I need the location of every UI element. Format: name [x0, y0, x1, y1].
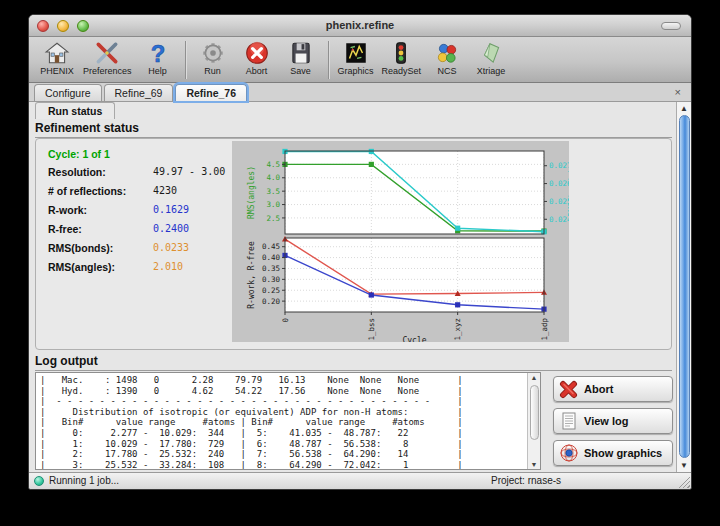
xtriage-button[interactable]: Xtriage	[469, 39, 513, 77]
log-scroll-thumb[interactable]	[530, 385, 539, 440]
svg-text:?: ?	[150, 40, 165, 66]
abort-button-label: Abort	[584, 383, 613, 395]
svg-text:R-work, R-free: R-work, R-free	[247, 241, 256, 309]
abort-button[interactable]: Abort	[235, 39, 279, 77]
stat-value: 0.2400	[153, 223, 189, 235]
show-graphics-button-label: Show graphics	[584, 447, 662, 459]
svg-text:4.5: 4.5	[266, 160, 280, 169]
tab-configure[interactable]: Configure	[34, 84, 102, 101]
svg-text:2.5: 2.5	[266, 214, 280, 223]
svg-text:3.5: 3.5	[266, 187, 280, 196]
cycle-indicator: Cycle: 1 of 1	[48, 148, 233, 160]
ncs-button[interactable]: NCS	[425, 39, 469, 77]
ncs-spheres-icon	[434, 40, 460, 66]
tab-refine-76[interactable]: Refine_76	[175, 84, 247, 101]
view-log-document-icon	[559, 411, 579, 431]
svg-text:0.25: 0.25	[262, 286, 280, 295]
svg-text:0.025: 0.025	[549, 197, 569, 206]
toolbar-item-label: Save	[290, 66, 311, 76]
log-section: | Mac. : 1498 0 2.28 79.79 16.13 None No…	[35, 372, 672, 471]
svg-text:0.45: 0.45	[262, 242, 280, 251]
xtriage-crystal-icon	[478, 40, 504, 66]
run-status-tab[interactable]: Run status	[35, 102, 115, 119]
svg-text:RMS(bonds): RMS(bonds)	[568, 168, 569, 216]
phenix-button[interactable]: PHENIX	[35, 39, 79, 77]
view-log-button-label: View log	[584, 415, 628, 427]
scroll-up-icon[interactable]: ▲	[677, 104, 691, 113]
abort-red-x-icon	[244, 40, 270, 66]
log-scroll-up-icon[interactable]: ▲	[528, 374, 540, 381]
scroll-thumb[interactable]	[679, 115, 690, 458]
tab-refine-69[interactable]: Refine_69	[104, 84, 174, 101]
preferences-button[interactable]: Preferences	[79, 39, 136, 77]
abort-x-icon	[559, 379, 579, 399]
log-output-box[interactable]: | Mac. : 1498 0 2.28 79.79 16.13 None No…	[35, 372, 541, 470]
stat-row-r-free: R-free: 0.2400	[48, 223, 233, 235]
project-label: Project: rnase-s	[491, 475, 561, 486]
show-graphics-molecule-icon	[559, 443, 579, 463]
svg-text:0.024: 0.024	[549, 215, 569, 224]
refinement-chart-plot: 2.53.03.54.04.5RMS(angles)0.0240.0250.02…	[232, 141, 569, 342]
graphics-button[interactable]: Graphics	[334, 39, 378, 77]
svg-text:0.35: 0.35	[262, 264, 280, 273]
log-text: | Mac. : 1498 0 2.28 79.79 16.13 None No…	[36, 373, 540, 470]
main-toolbar: PHENIX Preferences ? Help	[29, 37, 691, 83]
toolbar-item-label: Run	[204, 66, 221, 76]
svg-text:4.0: 4.0	[266, 173, 280, 182]
stat-value: 4230	[153, 185, 177, 197]
toolbar-item-label: NCS	[438, 66, 457, 76]
app-window: phenix.refine PHENIX Preferences	[28, 14, 692, 490]
view-log-button[interactable]: View log	[553, 408, 673, 434]
stat-row-r-work: R-work: 0.1629	[48, 204, 233, 216]
action-buttons: Abort View log	[553, 376, 675, 472]
toolbar-item-label: Graphics	[338, 66, 374, 76]
toolbar-item-label: Help	[148, 66, 167, 76]
preferences-tools-icon	[94, 40, 120, 66]
stat-value: 0.0233	[153, 242, 189, 254]
stat-row-rms-bonds: RMS(bonds): 0.0233	[48, 242, 233, 254]
help-button[interactable]: ? Help	[136, 39, 180, 77]
readyset-traffic-light-icon	[388, 40, 414, 66]
running-status-icon	[34, 476, 44, 486]
refinement-status-panel: Cycle: 1 of 1 Resolution: 49.97 - 3.00 #…	[35, 138, 672, 350]
readyset-button[interactable]: ReadySet	[378, 39, 426, 77]
log-output-heading: Log output	[35, 354, 672, 371]
status-bar: Running 1 job... Project: rnase-s	[29, 472, 691, 489]
toolbar-item-label: Preferences	[83, 66, 132, 76]
run-button[interactable]: Run	[191, 39, 235, 77]
toolbar-item-label: PHENIX	[40, 66, 74, 76]
save-floppy-icon	[288, 40, 314, 66]
svg-text:0.027: 0.027	[549, 161, 569, 170]
run-gear-icon	[200, 40, 226, 66]
running-status-text: Running 1 job...	[49, 475, 119, 486]
stat-label: Resolution:	[48, 166, 153, 178]
svg-text:RMS(angles): RMS(angles)	[247, 166, 256, 219]
main-scrollbar[interactable]: ▲ ▼	[676, 102, 691, 472]
stat-row-rms-angles: RMS(angles): 2.010	[48, 261, 233, 273]
stat-label: RMS(bonds):	[48, 242, 153, 254]
stat-label: R-free:	[48, 223, 153, 235]
stat-value: 2.010	[153, 261, 183, 273]
stat-value: 49.97 - 3.00	[153, 166, 225, 178]
abort-run-button[interactable]: Abort	[553, 376, 673, 402]
svg-text:1_bss: 1_bss	[367, 318, 376, 341]
svg-text:1_adp: 1_adp	[540, 318, 549, 341]
log-scrollbar[interactable]: ▲ ▼	[527, 373, 540, 469]
save-button[interactable]: Save	[279, 39, 323, 77]
refinement-stats: Cycle: 1 of 1 Resolution: 49.97 - 3.00 #…	[48, 145, 233, 280]
svg-text:0.30: 0.30	[262, 275, 281, 284]
show-graphics-button[interactable]: Show graphics	[553, 440, 673, 466]
stat-row-reflections: # of reflections: 4230	[48, 185, 233, 197]
stat-label: RMS(angles):	[48, 261, 153, 273]
toolbar-item-label: ReadySet	[382, 66, 422, 76]
svg-text:0.40: 0.40	[262, 253, 281, 262]
log-scroll-down-icon[interactable]: ▼	[528, 461, 540, 468]
scroll-down-icon[interactable]: ▼	[677, 461, 691, 470]
tab-close-icon[interactable]: ×	[675, 86, 681, 98]
svg-text:3.0: 3.0	[266, 200, 280, 209]
stat-row-resolution: Resolution: 49.97 - 3.00	[48, 166, 233, 178]
run-status-scrollpane: Run status Refinement status Cycle: 1 of…	[29, 102, 676, 472]
toolbar-toggle-button[interactable]	[661, 22, 681, 30]
resize-grip[interactable]	[678, 476, 690, 488]
toolbar-item-label: Abort	[246, 66, 268, 76]
